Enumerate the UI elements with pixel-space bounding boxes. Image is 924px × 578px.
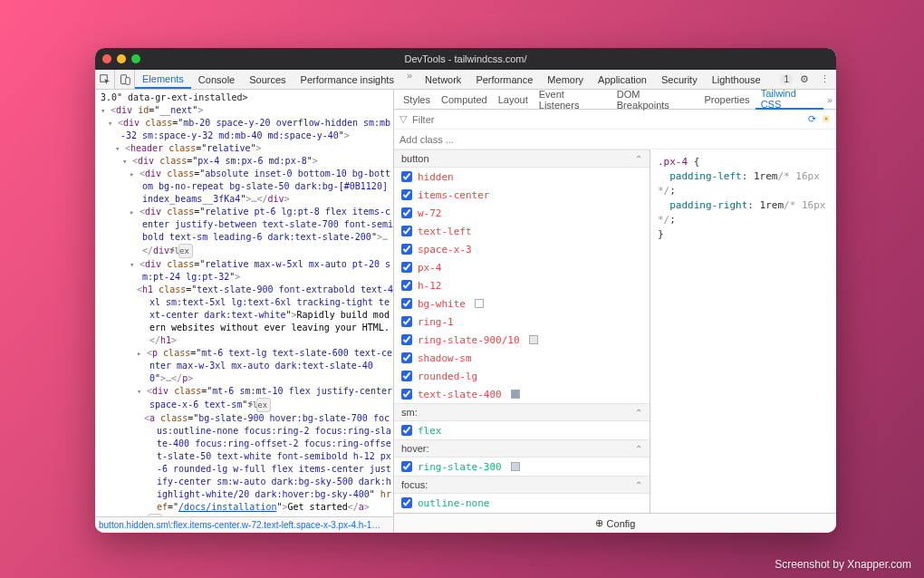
subtab-event-listeners[interactable]: Event Listeners bbox=[534, 90, 611, 109]
tab-elements[interactable]: Elements bbox=[135, 70, 191, 89]
svg-rect-2 bbox=[125, 77, 130, 84]
inspect-icon[interactable] bbox=[95, 70, 115, 89]
class-row-ring-1[interactable]: ring-1 bbox=[394, 313, 650, 331]
tab-application[interactable]: Application bbox=[591, 70, 654, 89]
class-checkbox[interactable] bbox=[401, 189, 412, 200]
color-swatch bbox=[475, 299, 484, 308]
dom-node[interactable]: <div class="relative pt-6 lg:pt-8 flex i… bbox=[130, 206, 393, 258]
main-tab-bar: ElementsConsoleSourcesPerformance insigh… bbox=[95, 70, 836, 90]
config-label: Config bbox=[607, 518, 636, 529]
class-name: bg-white bbox=[418, 298, 466, 310]
class-row-items-center[interactable]: items-center bbox=[394, 186, 650, 204]
subtab-layout[interactable]: Layout bbox=[493, 90, 534, 109]
class-row-flex[interactable]: flex bbox=[394, 421, 650, 439]
class-name: ring-slate-300 bbox=[418, 461, 502, 473]
subtab-dom-breakpoints[interactable]: DOM Breakpoints bbox=[611, 90, 699, 109]
tab-console[interactable]: Console bbox=[191, 70, 242, 89]
class-name: shadow-sm bbox=[418, 352, 472, 364]
tab-sources[interactable]: Sources bbox=[242, 70, 293, 89]
class-name: px-4 bbox=[418, 262, 442, 274]
class-row-px-4[interactable]: px-4 bbox=[394, 258, 650, 276]
variant-header-sm[interactable]: sm:⌃ bbox=[394, 403, 650, 421]
class-checkbox[interactable] bbox=[401, 207, 412, 218]
subtab-styles[interactable]: Styles bbox=[398, 90, 436, 109]
tab-performance[interactable]: Performance bbox=[468, 70, 540, 89]
class-row-h-12[interactable]: h-12 bbox=[394, 276, 650, 294]
tab-network[interactable]: Network bbox=[418, 70, 468, 89]
subtabs-overflow-icon[interactable]: » bbox=[823, 94, 836, 105]
class-row-bg-white[interactable]: bg-white bbox=[394, 294, 650, 313]
dom-node[interactable]: <div class="relative max-w-5xl mx-auto p… bbox=[130, 258, 393, 284]
class-name: ring-slate-900/10 bbox=[418, 334, 520, 346]
add-class-row bbox=[394, 130, 836, 149]
variant-header-hover[interactable]: hover:⌃ bbox=[394, 439, 650, 458]
class-row-outline-none[interactable]: outline-none bbox=[394, 494, 650, 512]
class-row-text-slate-400[interactable]: text-slate-400 bbox=[394, 385, 650, 403]
refresh-icon[interactable]: ⟳ bbox=[808, 113, 816, 125]
settings-icon[interactable]: ⚙ bbox=[796, 73, 813, 85]
class-checkbox[interactable] bbox=[401, 425, 412, 436]
class-checkbox[interactable] bbox=[401, 461, 412, 472]
dom-node[interactable]: <div id="__next"> bbox=[101, 104, 393, 117]
class-checkbox[interactable] bbox=[401, 244, 412, 255]
class-name: h-12 bbox=[418, 280, 442, 292]
dom-node[interactable]: <div class="mb-20 space-y-20 overflow-hi… bbox=[108, 117, 393, 142]
dom-node[interactable]: <p class="mt-6 text-lg text-slate-600 te… bbox=[137, 347, 393, 385]
config-bar[interactable]: ⊕ Config bbox=[394, 513, 836, 533]
class-checkbox[interactable] bbox=[401, 497, 412, 508]
class-checkbox[interactable] bbox=[401, 316, 412, 327]
class-name: items-center bbox=[418, 189, 489, 201]
tab-memory[interactable]: Memory bbox=[540, 70, 591, 89]
issue-count-badge[interactable]: 1 bbox=[780, 74, 793, 84]
dom-node[interactable]: <header class="relative"> bbox=[115, 142, 393, 155]
filter-input[interactable] bbox=[412, 114, 803, 125]
dom-tree[interactable]: 3.0" data-gr-ext-installed><div id="__ne… bbox=[95, 90, 393, 516]
dom-node[interactable]: <a class="bg-slate-900 hover:bg-slate-70… bbox=[144, 412, 393, 514]
tabs-overflow-icon[interactable]: » bbox=[401, 70, 418, 89]
class-checkbox[interactable] bbox=[401, 389, 412, 400]
class-row-shadow-sm[interactable]: shadow-sm bbox=[394, 349, 650, 367]
class-row-ring-slate-300[interactable]: ring-slate-300 bbox=[394, 458, 650, 476]
class-checkbox[interactable] bbox=[401, 262, 412, 273]
subtab-tailwind-css[interactable]: Tailwind CSS bbox=[756, 91, 823, 110]
subtab-properties[interactable]: Properties bbox=[698, 90, 755, 109]
class-row-rounded-lg[interactable]: rounded-lg bbox=[394, 367, 650, 385]
tab-lighthouse[interactable]: Lighthouse bbox=[705, 70, 768, 89]
dom-node[interactable]: <div class="absolute inset-0 bottom-10 b… bbox=[130, 168, 393, 206]
element-header[interactable]: button⌃ bbox=[394, 149, 650, 168]
subtab-computed[interactable]: Computed bbox=[436, 90, 493, 109]
breadcrumb[interactable]: button.hidden.sm\:flex.items-center.w-72… bbox=[95, 516, 393, 533]
elements-panel: 3.0" data-gr-ext-installed><div id="__ne… bbox=[95, 90, 394, 533]
class-row-ring-slate-900-10[interactable]: ring-slate-900/10 bbox=[394, 331, 650, 349]
color-swatch bbox=[529, 335, 538, 344]
color-swatch bbox=[511, 462, 520, 471]
class-row-hidden[interactable]: hidden bbox=[394, 168, 650, 186]
tailwind-class-list[interactable]: button⌃hiddenitems-centerw-72text-leftsp… bbox=[394, 149, 650, 513]
class-row-w-72[interactable]: w-72 bbox=[394, 204, 650, 222]
dom-node[interactable]: <div class="mt-6 sm:mt-10 flex justify-c… bbox=[137, 385, 393, 412]
class-row-text-left[interactable]: text-left bbox=[394, 222, 650, 240]
class-name: ring-1 bbox=[418, 316, 454, 328]
window-title: DevTools - tailwindcss.com/ bbox=[95, 53, 836, 64]
config-icon: ⊕ bbox=[595, 517, 603, 529]
dom-node[interactable]: 3.0" data-gr-ext-installed> bbox=[101, 92, 393, 104]
class-checkbox[interactable] bbox=[401, 226, 412, 236]
device-icon[interactable] bbox=[115, 70, 135, 89]
add-class-input[interactable] bbox=[399, 134, 831, 145]
class-checkbox[interactable] bbox=[401, 280, 412, 291]
sun-icon[interactable]: ☀ bbox=[822, 113, 831, 125]
dom-node[interactable]: <h1 class="text-slate-900 font-extrabold… bbox=[137, 284, 393, 347]
variant-header-focus[interactable]: focus:⌃ bbox=[394, 476, 650, 494]
tab-performance-insights[interactable]: Performance insights bbox=[294, 70, 401, 89]
more-icon[interactable]: ⋮ bbox=[816, 73, 833, 85]
tab-security[interactable]: Security bbox=[654, 70, 705, 89]
class-checkbox[interactable] bbox=[401, 371, 412, 381]
dom-node[interactable]: <div class="px-4 sm:px-6 md:px-8"> bbox=[122, 155, 393, 168]
class-name: outline-none bbox=[418, 497, 489, 509]
class-checkbox[interactable] bbox=[401, 171, 412, 182]
class-checkbox[interactable] bbox=[401, 298, 412, 309]
class-row-space-x-3[interactable]: space-x-3 bbox=[394, 240, 650, 258]
class-checkbox[interactable] bbox=[401, 334, 412, 345]
class-checkbox[interactable] bbox=[401, 352, 412, 363]
class-name: w-72 bbox=[418, 207, 442, 219]
